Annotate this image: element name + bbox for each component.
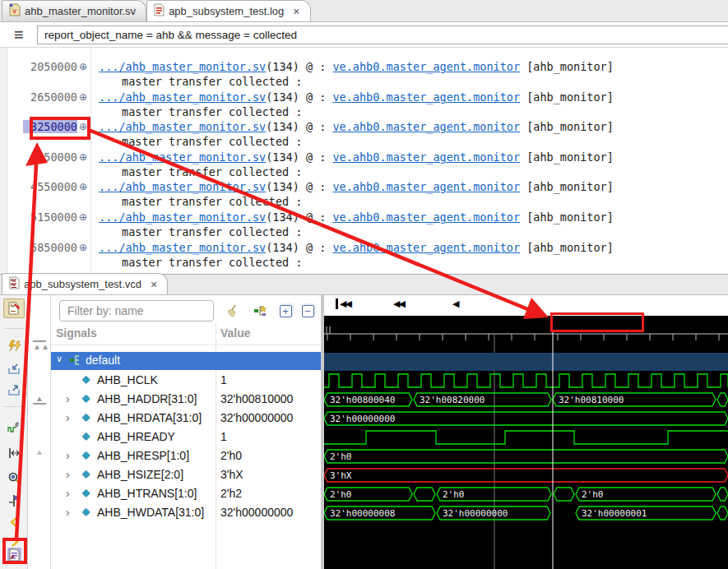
log-timestamp[interactable]: 5150000 — [23, 210, 77, 224]
log-tag: [ahb_monitor] — [520, 150, 614, 164]
tab-ahb-master-monitor-sv[interactable]: v ahb_master_monitor.sv — [2, 0, 146, 21]
signal-name: AHB_HWDATA[31:0] — [97, 506, 204, 519]
log-file-link[interactable]: .../ahb_master_monitor.sv — [99, 150, 266, 164]
scroll-up-icon[interactable]: ▲ — [33, 447, 46, 456]
expander-icon[interactable]: › — [66, 392, 70, 405]
log-timestamp[interactable]: 2650000 — [23, 90, 77, 104]
edit-waveform-button[interactable] — [3, 298, 25, 318]
log-file-link[interactable]: .../ahb_master_monitor.sv — [99, 180, 266, 193]
log-message: master transfer collected : — [122, 165, 302, 178]
log-scope-link[interactable]: ve.ahb0.master_agent.monitor — [332, 60, 520, 73]
log-timestamp[interactable]: 3950000 — [23, 150, 77, 164]
log-location: (134) @ : — [266, 90, 332, 104]
signal-name: AHB_HADDR[31:0] — [97, 392, 197, 405]
chevron-down-icon[interactable]: ∨ — [56, 354, 63, 364]
close-tab-icon[interactable]: × — [151, 278, 157, 291]
menu-icon[interactable]: ≡ — [14, 25, 24, 44]
wave-tabbar: apb_subsystem_test.vcd × — [0, 275, 728, 295]
svg-text:32'h00000000: 32'h00000000 — [330, 414, 395, 424]
tab-apb-subsystem-test-log[interactable]: apb_subsystem_test.log × — [146, 0, 310, 21]
cursor-marker-icon[interactable] — [3, 491, 25, 511]
tab-apb-subsystem-test-vcd[interactable]: apb_subsystem_test.vcd × — [2, 273, 168, 294]
log-file-link[interactable]: .../ahb_master_monitor.sv — [99, 90, 266, 104]
expander-icon[interactable]: › — [66, 449, 70, 462]
signal-value: 2'h0 — [220, 449, 242, 462]
signal-name: AHB_HTRANS[1:0] — [97, 487, 197, 500]
log-editor-panel: v ahb_master_monitor.sv apb_subsystem_te… — [0, 0, 728, 274]
signal-row-ahb-hrdata310[interactable]: ›◆AHB_HRDATA[31:0]32'h00000000 — [51, 410, 321, 428]
expander-icon[interactable]: › — [66, 411, 70, 424]
signal-name: AHB_HCLK — [97, 373, 158, 386]
log-timestamp[interactable]: 2050000 — [23, 60, 77, 73]
svg-text:32'h00800040: 32'h00800040 — [330, 395, 395, 405]
signal-diamond-icon: ◆ — [82, 430, 90, 442]
expand-entry-icon[interactable]: ⊕ — [79, 242, 87, 253]
log-file-link[interactable]: .../ahb_master_monitor.sv — [99, 210, 266, 224]
waveform-viewer-panel: apb_subsystem_test.vcd × — [0, 274, 728, 569]
go-to-start-icon[interactable]: ◀◀ — [336, 298, 350, 309]
signal-diamond-icon: ◆ — [82, 506, 90, 517]
step-backward-icon[interactable]: ◀ — [452, 298, 457, 309]
close-tab-icon[interactable]: × — [293, 5, 299, 18]
toolbar-divider — [4, 328, 24, 329]
log-timestamp[interactable]: 4550000 — [23, 180, 77, 193]
log-scope-link[interactable]: ve.ahb0.master_agent.monitor — [332, 210, 520, 224]
log-timestamp[interactable]: 3250000 — [23, 120, 77, 133]
expand-entry-icon[interactable]: ⊕ — [79, 211, 87, 223]
log-scope-link[interactable]: ve.ahb0.master_agent.monitor — [332, 180, 520, 193]
signal-row-ahb-hresp10[interactable]: ›◆AHB_HRESP[1:0]2'h0 — [51, 448, 321, 466]
compare-waves-icon[interactable] — [3, 336, 25, 356]
log-area[interactable]: 2050000⊕.../ahb_master_monitor.sv(134) @… — [0, 48, 728, 274]
expander-icon[interactable]: › — [66, 506, 70, 519]
expand-entry-icon[interactable]: ⊕ — [79, 181, 87, 192]
log-tag: [ahb_monitor] — [520, 60, 614, 73]
signal-row-ahb-hsize20[interactable]: ›◆AHB_HSIZE[2:0]3'hX — [51, 467, 321, 485]
log-file-icon — [154, 3, 165, 19]
expand-entry-icon[interactable]: ⊕ — [79, 151, 87, 163]
log-scope-link[interactable]: ve.ahb0.master_agent.monitor — [332, 150, 520, 164]
log-file-link[interactable]: .../ahb_master_monitor.sv — [99, 120, 266, 133]
signal-radix-icon[interactable]: # — [3, 419, 25, 438]
log-scope-link[interactable]: ve.ahb0.master_agent.monitor — [332, 90, 520, 104]
log-scope-link[interactable]: ve.ahb0.master_agent.monitor — [332, 120, 520, 133]
svg-text:32'h00000008: 32'h00000008 — [330, 508, 395, 519]
signal-row-ahb-hready[interactable]: ◆AHB_HREADY1 — [51, 429, 321, 447]
signal-row-ahb-htrans10[interactable]: ›◆AHB_HTRANS[1:0]2'h2 — [51, 486, 321, 504]
signal-row-ahb-hclk[interactable]: ◆AHB_HCLK1 — [51, 372, 321, 391]
link-with-log-button[interactable] — [3, 545, 25, 565]
wave-left-toolbar: # — [0, 295, 28, 569]
expand-all-icon[interactable]: + — [276, 302, 294, 320]
expander-icon[interactable]: › — [66, 468, 70, 481]
zoom-selection-icon[interactable] — [3, 468, 25, 488]
log-scope-link[interactable]: ve.ahb0.master_agent.monitor — [332, 241, 520, 254]
import-signals-icon[interactable] — [3, 359, 25, 379]
log-file-link[interactable]: .../ahb_master_monitor.sv — [99, 60, 266, 73]
measure-interval-icon[interactable] — [3, 443, 25, 463]
log-tag: [ahb_monitor] — [520, 90, 614, 104]
waveform-canvas[interactable]: 32'h0080004032'h0082000032'h0081000032'h… — [324, 316, 728, 569]
svg-text:2'h0: 2'h0 — [443, 489, 465, 500]
signal-filter-input[interactable] — [59, 300, 214, 322]
log-message: master transfer collected : — [122, 135, 302, 148]
log-message: master transfer collected : — [122, 225, 302, 238]
signal-row-ahb-haddr310[interactable]: ›◆AHB_HADDR[31:0]32'h00810000 — [51, 391, 321, 409]
expand-entry-icon[interactable]: ⊕ — [79, 91, 87, 103]
signal-name: AHB_HRDATA[31:0] — [97, 411, 202, 424]
log-filter-input[interactable] — [37, 25, 728, 44]
scroll-up-page-icon[interactable]: ▲ — [33, 394, 46, 405]
expand-entry-icon[interactable]: ⊕ — [79, 61, 87, 72]
signal-group-row-default[interactable]: ∨ default — [51, 352, 321, 370]
signal-value: 3'hX — [220, 468, 243, 481]
log-timestamp[interactable]: 5850000 — [23, 241, 77, 254]
collapse-all-icon[interactable]: − — [299, 302, 317, 320]
export-signals-icon[interactable] — [3, 381, 25, 400]
fast-backward-icon[interactable]: ◀◀ — [393, 298, 404, 309]
log-file-link[interactable]: .../ahb_master_monitor.sv — [99, 241, 266, 254]
previous-marker-icon[interactable] — [3, 512, 25, 532]
show-hierarchy-icon[interactable] — [252, 302, 270, 320]
signal-row-ahb-hwdata310[interactable]: ›◆AHB_HWDATA[31:0]32'h00000000 — [51, 505, 321, 523]
expander-icon[interactable]: › — [66, 487, 70, 500]
scroll-to-top-icon[interactable]: ▲▲ — [33, 340, 46, 351]
expand-entry-icon[interactable]: ⊕ — [79, 121, 87, 132]
clear-filter-broom-icon[interactable] — [224, 302, 242, 320]
